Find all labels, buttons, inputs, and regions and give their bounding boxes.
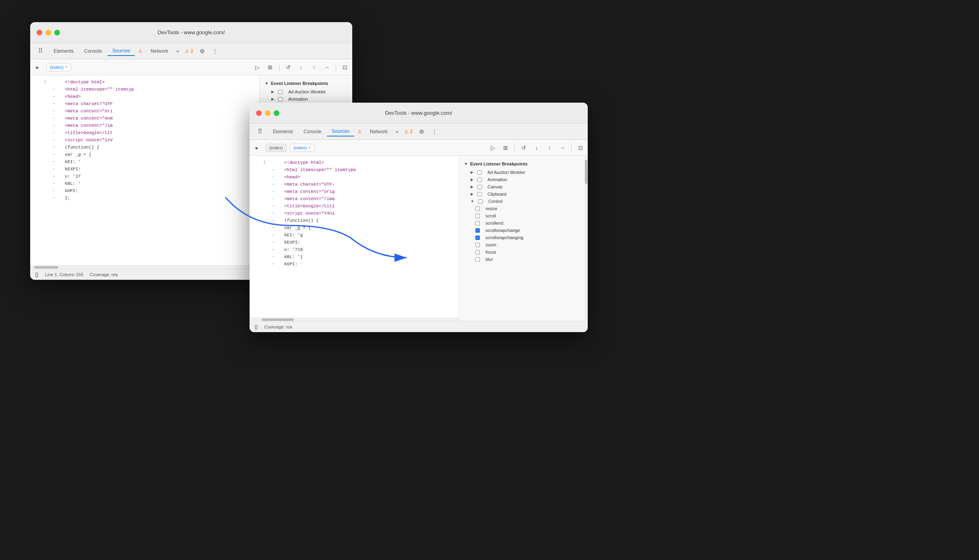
tab-elements-1[interactable]: Elements <box>49 47 78 56</box>
sidebar-toggle-1[interactable]: ▸ <box>32 62 43 73</box>
maximize-button-1[interactable] <box>54 30 60 35</box>
checkbox-icon[interactable] <box>278 97 283 101</box>
close-button-2[interactable] <box>256 110 262 116</box>
line-number <box>253 210 266 217</box>
position-1: Line 1, Column 165 <box>45 272 83 277</box>
code-scrollbar-1[interactable] <box>30 265 260 269</box>
sep-4 <box>571 144 572 152</box>
tab-more-1[interactable]: » <box>174 47 182 56</box>
tab-console-2[interactable]: Console <box>299 127 326 136</box>
checkbox-icon[interactable] <box>478 199 483 204</box>
sidebar-toggle-2[interactable]: ▸ <box>251 142 262 153</box>
maximize-button-2[interactable] <box>274 110 279 116</box>
list-item[interactable]: ▶Canvas <box>459 183 588 190</box>
checkbox-icon[interactable] <box>475 243 480 247</box>
warning-count-1[interactable]: ⚠ 2 <box>182 47 196 56</box>
line-content: kEI: ' <box>65 158 81 165</box>
list-item[interactable]: ▶Ad Auction Worklet <box>260 88 352 95</box>
step-forward-btn-2[interactable]: → <box>557 142 568 153</box>
list-item[interactable]: scroll <box>459 212 588 219</box>
list-item[interactable]: ▶Clipboard <box>459 190 588 198</box>
code-line: – u: '27 <box>30 173 260 180</box>
line-dash: – <box>272 188 278 195</box>
file-tab-1[interactable]: (index) × <box>46 63 71 71</box>
list-item[interactable]: ▶Animation <box>260 95 352 103</box>
step-up-btn-1[interactable]: ↑ <box>308 62 320 73</box>
list-item[interactable]: scrollend <box>459 219 588 227</box>
gear-icon-2[interactable]: ⚙ <box>416 127 428 136</box>
line-content: (function() { <box>284 217 319 224</box>
close-button-1[interactable] <box>37 30 42 35</box>
dots-icon-1[interactable]: ⋮ <box>209 46 221 56</box>
step-down-btn-1[interactable]: ↓ <box>295 62 307 73</box>
step-back-btn-2[interactable]: ↺ <box>518 142 529 153</box>
checkbox-icon[interactable] <box>278 90 283 94</box>
tab-more-2[interactable]: » <box>393 127 401 136</box>
file-tab-close-2b[interactable]: × <box>308 145 311 150</box>
line-number <box>253 253 266 260</box>
dots-icon-2[interactable]: ⋮ <box>428 127 440 136</box>
tab-network-warning-2[interactable]: ⚠ <box>355 127 364 136</box>
expand-btn-2[interactable]: ▷ <box>487 142 498 153</box>
tab-console-1[interactable]: Console <box>79 47 107 56</box>
checkbox-icon[interactable] <box>475 250 480 254</box>
right-panel-scrollbar-2[interactable] <box>585 156 588 321</box>
list-item[interactable]: resize <box>459 205 588 212</box>
event-listener-title-1[interactable]: ▼ Event Listener Breakpoints <box>260 79 352 88</box>
checkbox-icon[interactable]: ✓ <box>475 236 480 240</box>
line-number <box>33 180 46 187</box>
list-item[interactable]: zoom <box>459 241 588 248</box>
line-dash: – <box>53 129 58 136</box>
gear-icon-1[interactable]: ⚙ <box>196 46 208 56</box>
line-dash: – <box>53 122 58 129</box>
minimize-button-2[interactable] <box>265 110 271 116</box>
list-item[interactable]: blur <box>459 256 588 263</box>
list-item[interactable]: ✓scrollsnapchanging <box>459 234 588 241</box>
breakpoint-btn-2[interactable]: ⊡ <box>575 142 586 153</box>
section-title-2: Event Listener Breakpoints <box>470 161 527 166</box>
minimize-button-1[interactable] <box>45 30 51 35</box>
checkbox-icon[interactable] <box>477 185 482 189</box>
file-tab-2a[interactable]: (index) <box>266 144 287 152</box>
checkbox-icon[interactable] <box>475 221 480 225</box>
tab-elements-2[interactable]: Elements <box>268 127 298 136</box>
columns-btn-1[interactable]: ⊞ <box>264 62 276 73</box>
tab-inspector-2[interactable]: ⠿ <box>253 126 267 137</box>
list-item[interactable]: ▼Control <box>459 198 588 205</box>
checkbox-icon[interactable] <box>475 257 480 262</box>
code-scrollbar-2[interactable] <box>250 318 459 321</box>
step-back-btn-1[interactable]: ↺ <box>283 62 294 73</box>
list-item[interactable]: ✓scrollsnapchange <box>459 227 588 234</box>
file-tab-close-1[interactable]: × <box>65 65 68 69</box>
file-tab-2b[interactable]: (index) × <box>290 144 314 152</box>
step-down-btn-2[interactable]: ↓ <box>531 142 542 153</box>
tab-network-1[interactable]: Network <box>146 47 173 56</box>
code-content-2: 1<!doctype html>–<html itemscope="" item… <box>250 156 459 318</box>
line-dash: – <box>272 166 278 174</box>
event-listener-title-2[interactable]: ▼ Event Listener Breakpoints <box>459 159 588 169</box>
warning-count-2[interactable]: ⚠ 2 <box>402 127 415 136</box>
checkbox-icon[interactable] <box>477 192 482 196</box>
list-item[interactable]: ▶Animation <box>459 176 588 183</box>
checkbox-icon[interactable] <box>475 207 480 211</box>
list-item[interactable]: focus <box>459 248 588 256</box>
line-number <box>33 86 46 93</box>
expand-btn-1[interactable]: ▷ <box>252 62 263 73</box>
checkbox-icon[interactable] <box>475 214 480 218</box>
columns-btn-2[interactable]: ⊞ <box>500 142 511 153</box>
tab-network-warning-1[interactable]: ⚠ <box>136 47 145 56</box>
step-forward-btn-1[interactable]: → <box>321 62 333 73</box>
code-line: – u: '719 <box>250 246 459 253</box>
tab-inspector-1[interactable]: ⠿ <box>33 45 48 56</box>
breakpoint-btn-1[interactable]: ⊡ <box>339 62 351 73</box>
code-panel-1: 1<!doctype html>–<html itemscope="" item… <box>30 75 260 269</box>
checkbox-icon[interactable]: ✓ <box>475 228 480 233</box>
step-up-btn-2[interactable]: ↑ <box>544 142 555 153</box>
checkbox-icon[interactable] <box>477 178 482 182</box>
tab-sources-1[interactable]: Sources <box>107 46 135 56</box>
line-content: kEXPI: <box>65 165 81 173</box>
checkbox-icon[interactable] <box>477 170 482 175</box>
tab-sources-2[interactable]: Sources <box>327 127 354 136</box>
list-item[interactable]: ▶Ad Auction Worklet <box>459 169 588 176</box>
tab-network-2[interactable]: Network <box>365 127 392 136</box>
